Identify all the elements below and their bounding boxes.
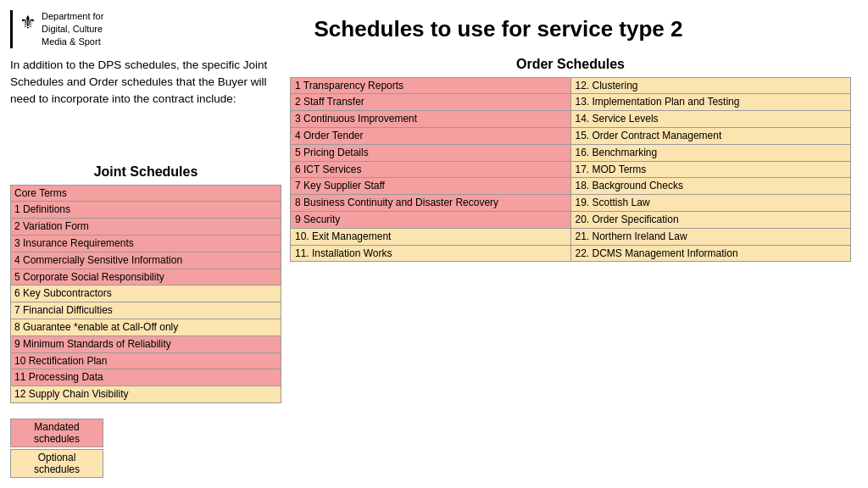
joint-schedule-cell: Core Terms: [11, 185, 281, 202]
legend-area: Mandated schedules Optional schedules: [10, 419, 281, 478]
joint-schedule-row: 7 Financial Difficulties: [11, 302, 281, 319]
order-schedule-row: 8 Business Continuity and Disaster Recov…: [291, 195, 851, 212]
joint-schedule-cell: 11 Processing Data: [11, 369, 281, 386]
logo-emblem: ⚜: [19, 12, 36, 34]
order-schedule-row: 10. Exit Management21. Northern Ireland …: [291, 228, 851, 245]
order-schedule-cell-left: 3 Continuous Improvement: [291, 111, 571, 128]
joint-schedule-row: 6 Key Subcontractors: [11, 286, 281, 302]
joint-schedule-cell: 12 Supply Chain Visibility: [11, 386, 281, 403]
order-schedule-cell-right: 13. Implementation Plan and Testing: [570, 94, 851, 111]
order-schedule-cell-left: 10. Exit Management: [291, 228, 571, 245]
joint-schedule-row: 5 Corporate Social Responsibility: [11, 269, 281, 286]
joint-schedules-title: Joint Schedules: [10, 164, 281, 180]
main-content: In addition to the DPS schedules, the sp…: [10, 57, 851, 478]
order-schedule-cell-left: 8 Business Continuity and Disaster Recov…: [291, 195, 571, 212]
joint-schedule-row: 10 Rectification Plan: [11, 352, 281, 369]
joint-schedule-cell: 7 Financial Difficulties: [11, 302, 281, 319]
order-schedule-cell-right: 21. Northern Ireland Law: [570, 228, 851, 245]
order-schedule-cell-left: 1 Transparency Reports: [291, 77, 571, 94]
joint-section: Joint Schedules Core Terms1 Definitions2…: [10, 164, 281, 403]
joint-schedule-row: Core Terms: [11, 185, 281, 202]
order-schedule-cell-right: 18. Background Checks: [570, 178, 851, 195]
left-panel: In addition to the DPS schedules, the sp…: [10, 57, 281, 478]
order-schedules-title: Order Schedules: [290, 57, 851, 72]
order-schedule-cell-right: 19. Scottish Law: [570, 195, 851, 212]
logo-area: ⚜ Department for Digital, Culture Media …: [10, 10, 129, 48]
joint-schedule-cell: 6 Key Subcontractors: [11, 286, 281, 302]
header: ⚜ Department for Digital, Culture Media …: [10, 10, 851, 48]
legend-optional: Optional schedules: [10, 449, 103, 478]
order-schedule-row: 1 Transparency Reports12. Clustering: [291, 77, 851, 94]
logo-text: Department for Digital, Culture Media & …: [42, 10, 103, 48]
order-schedule-row: 11. Installation Works22. DCMS Managemen…: [291, 245, 851, 262]
order-schedule-row: 6 ICT Services17. MOD Terms: [291, 161, 851, 178]
joint-schedules-table: Core Terms1 Definitions2 Variation Form3…: [10, 185, 281, 403]
order-schedule-cell-right: 15. Order Contract Management: [570, 127, 851, 144]
joint-schedule-row: 12 Supply Chain Visibility: [11, 386, 281, 403]
joint-schedule-cell: 2 Variation Form: [11, 219, 281, 236]
order-schedule-cell-left: 11. Installation Works: [291, 245, 571, 262]
right-panel: Order Schedules 1 Transparency Reports12…: [290, 57, 851, 478]
order-schedule-cell-right: 20. Order Specification: [570, 211, 851, 228]
order-schedule-row: 5 Pricing Details16. Benchmarking: [291, 144, 851, 161]
joint-schedule-row: 11 Processing Data: [11, 369, 281, 386]
order-schedule-cell-left: 9 Security: [291, 211, 571, 228]
order-schedule-cell-right: 17. MOD Terms: [570, 161, 851, 178]
order-schedule-cell-left: 2 Staff Transfer: [291, 94, 571, 111]
joint-schedule-cell: 9 Minimum Standards of Reliability: [11, 336, 281, 352]
page: ⚜ Department for Digital, Culture Media …: [0, 0, 868, 488]
order-schedule-row: 3 Continuous Improvement14. Service Leve…: [291, 111, 851, 128]
joint-schedule-cell: 1 Definitions: [11, 202, 281, 219]
joint-schedule-row: 4 Commercially Sensitive Information: [11, 252, 281, 269]
order-schedule-cell-left: 6 ICT Services: [291, 161, 571, 178]
page-title: Schedules to use for service type 2: [146, 16, 851, 42]
joint-schedule-cell: 5 Corporate Social Responsibility: [11, 269, 281, 286]
order-schedule-cell-right: 12. Clustering: [570, 77, 851, 94]
order-schedule-row: 9 Security20. Order Specification: [291, 211, 851, 228]
legend-mandated: Mandated schedules: [10, 419, 103, 447]
order-schedule-cell-right: 16. Benchmarking: [570, 144, 851, 161]
joint-schedule-cell: 10 Rectification Plan: [11, 352, 281, 369]
intro-text: In addition to the DPS schedules, the sp…: [10, 57, 281, 108]
joint-schedule-cell: 8 Guarantee *enable at Call-Off only: [11, 319, 281, 336]
order-schedules-table: 1 Transparency Reports12. Clustering2 St…: [290, 77, 851, 263]
order-schedule-cell-right: 22. DCMS Management Information: [570, 245, 851, 262]
order-schedule-cell-left: 4 Order Tender: [291, 127, 571, 144]
joint-schedule-row: 9 Minimum Standards of Reliability: [11, 336, 281, 352]
order-schedule-cell-right: 14. Service Levels: [570, 111, 851, 128]
order-schedule-cell-left: 7 Key Supplier Staff: [291, 178, 571, 195]
joint-schedule-row: 1 Definitions: [11, 202, 281, 219]
joint-schedule-cell: 4 Commercially Sensitive Information: [11, 252, 281, 269]
order-schedule-cell-left: 5 Pricing Details: [291, 144, 571, 161]
joint-schedule-row: 3 Insurance Requirements: [11, 236, 281, 252]
joint-schedule-cell: 3 Insurance Requirements: [11, 236, 281, 252]
order-section: Order Schedules 1 Transparency Reports12…: [290, 57, 851, 478]
joint-schedule-row: 8 Guarantee *enable at Call-Off only: [11, 319, 281, 336]
order-schedule-row: 2 Staff Transfer13. Implementation Plan …: [291, 94, 851, 111]
joint-schedule-row: 2 Variation Form: [11, 219, 281, 236]
order-schedule-row: 4 Order Tender15. Order Contract Managem…: [291, 127, 851, 144]
order-schedule-row: 7 Key Supplier Staff18. Background Check…: [291, 178, 851, 195]
